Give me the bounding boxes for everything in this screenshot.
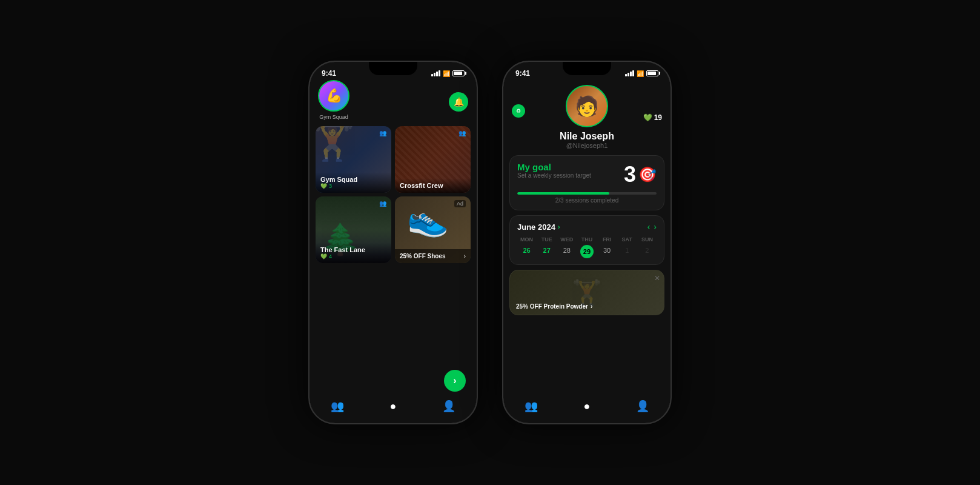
cal-day-27[interactable]: 27	[537, 245, 556, 258]
card-crossfit[interactable]: 👥 Crossfit Crew	[395, 126, 471, 193]
calendar-days: 26 27 28 29 30 1 2	[517, 245, 657, 258]
battery-icon-1	[452, 70, 465, 76]
cal-day-30[interactable]: 30	[598, 245, 617, 258]
status-bar-2: 9:41 📶	[503, 62, 670, 80]
bottom-ad-text: 25% OFF Protein Powder ›	[516, 303, 592, 310]
heart-icon-3: 💚	[320, 253, 327, 259]
ad-text-chevron: ›	[591, 303, 592, 310]
nav-home-1[interactable]: ●	[386, 399, 400, 413]
signal-bar-1	[431, 74, 433, 76]
card-likes-1: 3	[329, 183, 332, 189]
fab-icon: ›	[453, 375, 456, 386]
nav-groups-2[interactable]: 👥	[524, 399, 538, 413]
card-shoes-ad[interactable]: Ad 25% OFF Shoes ›	[395, 196, 471, 263]
status-icons-2: 📶	[625, 70, 658, 77]
goal-progress-fill	[517, 192, 609, 195]
card-members-1: 👥	[379, 130, 386, 136]
card-overlay-1: Gym Squad 💚 3	[316, 172, 391, 193]
notch-1	[369, 62, 417, 75]
battery-fill-2	[647, 72, 656, 75]
card-title-fast-lane: The Fast Lane	[320, 246, 386, 253]
members-icon-2: 👥	[459, 130, 466, 136]
nav-home-2[interactable]: ●	[580, 399, 594, 413]
cal-day-1[interactable]: 1	[618, 245, 637, 258]
goal-progress-bar	[517, 192, 657, 195]
cards-grid: 👥 Gym Squad 💚 3	[310, 126, 477, 263]
cal-header-wed: WED	[557, 236, 576, 242]
signal-bars-2	[625, 70, 634, 76]
goal-number-area: 3 🎯	[624, 162, 657, 187]
status-icons-1: 📶	[431, 70, 465, 77]
nav-profile-2[interactable]: 👤	[635, 399, 650, 413]
bottom-nav-1: 👥 ● 👤	[310, 394, 477, 423]
group-avatar-label: Gym Squad	[319, 114, 348, 120]
phones-container: 9:41 📶 🔔	[308, 61, 672, 424]
goal-subtitle: Set a weekly session target	[517, 172, 591, 179]
card-meta-1: 💚 3	[320, 183, 386, 189]
calendar-days-header: MON TUE WED THU FRI SAT SUN	[517, 236, 657, 242]
streak-heart-icon: 💚	[643, 113, 652, 122]
streak-count: 19	[654, 113, 662, 122]
ad-chevron: ›	[464, 253, 466, 259]
profile-name: Nile Joseph	[560, 131, 614, 142]
notch-2	[563, 62, 611, 75]
cal-day-2[interactable]: 2	[638, 245, 657, 258]
battery-icon-2	[646, 70, 658, 76]
members-icon-3: 👥	[379, 200, 386, 207]
cal-next[interactable]: ›	[654, 222, 657, 232]
cal-prev[interactable]: ‹	[647, 222, 651, 232]
goal-left: My goal Set a weekly session target	[517, 162, 591, 179]
card-title-gym-squad: Gym Squad	[320, 176, 386, 183]
avatar-emoji: 🧑	[575, 95, 599, 118]
wifi-icon-2: 📶	[637, 70, 644, 77]
notification-bell[interactable]: 🔔	[449, 92, 468, 112]
calendar-header: June 2024 › ‹ ›	[517, 222, 657, 232]
status-bar-1: 9:41 📶	[310, 62, 477, 80]
ad-close-button[interactable]: ✕	[654, 274, 660, 283]
goal-progress-text: 2/3 sessions completed	[517, 197, 657, 204]
fab-button[interactable]: ›	[444, 370, 466, 392]
green-dot-icon: ♻	[516, 108, 521, 114]
profile-handle: @Nilejoseph1	[566, 142, 608, 149]
signal-bars-1	[431, 70, 440, 76]
group-avatar-circle: 💪	[318, 80, 349, 112]
members-icon-1: 👥	[379, 130, 386, 136]
card-likes-3: 4	[329, 253, 332, 259]
phone-2: 9:41 📶	[502, 61, 672, 424]
heart-icon-1: 💚	[320, 183, 327, 189]
nav-groups-1[interactable]: 👥	[330, 399, 345, 413]
green-dot: ♻	[512, 104, 525, 118]
signal-bar-7	[630, 72, 632, 76]
signal-bar-4	[439, 70, 440, 76]
cal-day-26[interactable]: 26	[517, 245, 536, 258]
nav-profile-1[interactable]: 👤	[442, 399, 456, 413]
goal-header: My goal Set a weekly session target 3 🎯	[517, 162, 657, 187]
signal-bar-2	[434, 73, 435, 76]
phone-1: 9:41 📶 🔔	[308, 61, 478, 424]
profile-section: ♻ 🧑 💚 19 Nile Joseph @Nilejoseph1	[503, 80, 670, 155]
phone1-content: 💪 Gym Squad 👥 Gym Squad	[310, 80, 477, 394]
ad-card-text: 25% OFF Shoes	[400, 253, 446, 259]
card-title-crossfit: Crossfit Crew	[400, 182, 466, 189]
card-overlay-3: The Fast Lane 💚 4	[316, 242, 391, 263]
cal-header-mon: MON	[517, 236, 536, 242]
card-meta-3: 💚 4	[320, 253, 386, 259]
profile-avatar: 🧑	[566, 85, 608, 127]
ad-badge: Ad	[454, 200, 466, 207]
signal-bar-3	[436, 72, 438, 76]
goal-title: My goal	[517, 162, 591, 172]
card-gym-squad[interactable]: 👥 Gym Squad 💚 3	[316, 126, 391, 193]
card-fast-lane[interactable]: 👥 The Fast Lane 💚 4	[316, 196, 391, 263]
cal-day-29[interactable]: 29	[580, 245, 594, 258]
signal-bar-5	[625, 74, 627, 76]
wifi-icon-1: 📶	[443, 70, 450, 77]
group-avatar-gym-squad[interactable]: 💪 Gym Squad	[318, 80, 349, 120]
status-time-1: 9:41	[322, 69, 336, 78]
ad-overlay: 25% OFF Shoes ›	[395, 249, 471, 263]
cal-header-tue: TUE	[537, 236, 556, 242]
cal-day-28[interactable]: 28	[557, 245, 576, 258]
bell-icon: 🔔	[454, 97, 464, 107]
bottom-nav-2: 👥 ● 👤	[503, 394, 670, 423]
bottom-ad-card[interactable]: 🏋️ ✕ 25% OFF Protein Powder ›	[509, 270, 664, 315]
card-overlay-2: Crossfit Crew	[395, 178, 471, 193]
